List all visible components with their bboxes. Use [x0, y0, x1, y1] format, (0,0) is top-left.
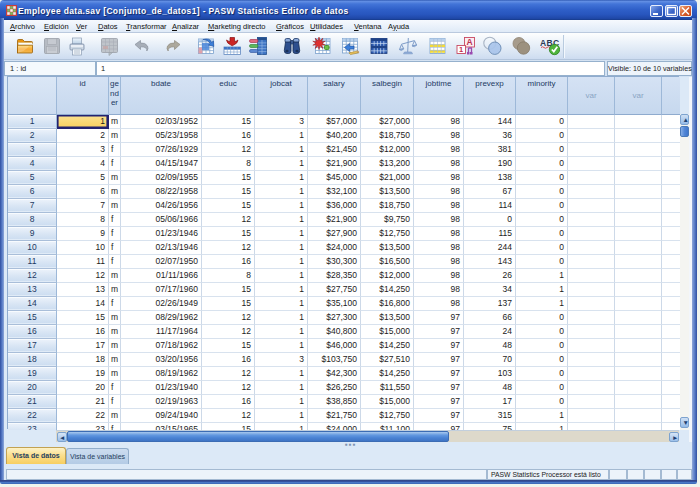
svg-text:A: A	[466, 37, 472, 47]
svg-text:1: 1	[459, 45, 463, 54]
